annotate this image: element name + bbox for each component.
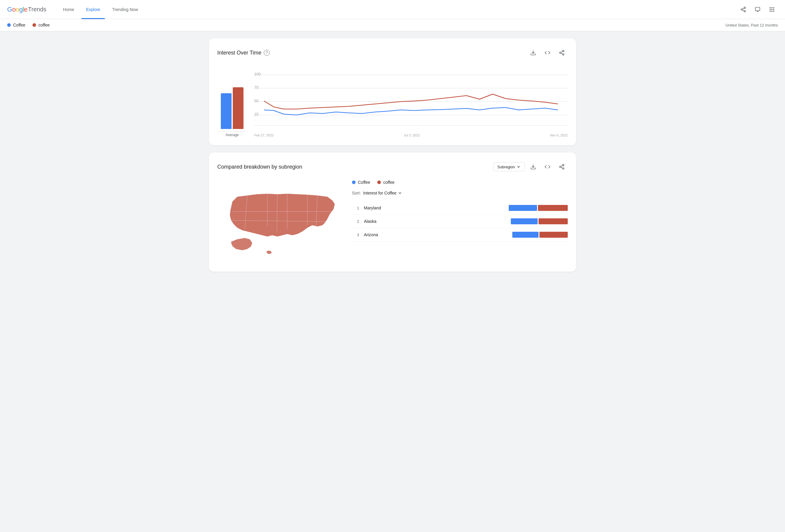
subregion-body: Coffee coffee Sort: Interest for Coffee — [217, 180, 568, 263]
svg-point-1 — [741, 9, 743, 10]
sub-legend-dot-blue — [352, 181, 356, 184]
svg-text:75: 75 — [254, 86, 259, 90]
legend-coffee-lower: coffee — [32, 23, 50, 27]
svg-point-0 — [744, 7, 746, 8]
avg-bar-blue — [221, 93, 232, 129]
svg-point-20 — [563, 54, 564, 55]
chevron-down-icon — [516, 164, 521, 169]
sub-legend-label-coffee-cap: Coffee — [358, 180, 370, 185]
embed-button-iot[interactable] — [541, 47, 553, 59]
chart-container-iot: Average 100 75 50 25 — [217, 66, 568, 137]
share-button-sub[interactable] — [556, 161, 568, 173]
usa-map-svg — [217, 180, 343, 263]
nav-trending[interactable]: Trending Now — [107, 5, 143, 14]
share-icon-iot — [559, 50, 565, 56]
header: Google Trends Home Explore Trending Now — [0, 0, 785, 19]
card-title-sub: Compared breakdown by subregion — [217, 164, 302, 170]
rank-bar-blue-3 — [512, 232, 538, 238]
rank-name-1: Maryland — [364, 206, 504, 210]
nav-home[interactable]: Home — [58, 5, 79, 14]
sort-label: Sort: — [352, 191, 361, 195]
subregion-card: Compared breakdown by subregion Subregio… — [209, 153, 576, 272]
svg-rect-12 — [771, 9, 772, 10]
sort-value: Interest for Coffee — [363, 191, 397, 195]
download-button-iot[interactable] — [527, 47, 539, 59]
rank-bars-1 — [509, 205, 568, 211]
iot-title-text: Interest Over Time — [217, 50, 261, 56]
help-icon-iot[interactable]: ? — [264, 50, 270, 56]
sort-chevron-icon — [398, 191, 402, 195]
table-area: Coffee coffee Sort: Interest for Coffee — [352, 180, 568, 263]
sub-title-text: Compared breakdown by subregion — [217, 164, 302, 170]
x-label-1: Jul 3, 2022 — [404, 133, 420, 137]
legend-bar: Coffee coffee United States, Past 12 mon… — [0, 19, 785, 31]
svg-point-35 — [563, 168, 564, 169]
legend-label-coffee-cap: Coffee — [13, 23, 25, 27]
rank-bar-red-1 — [538, 205, 568, 211]
usa-mainland — [230, 194, 335, 237]
trends-wordmark: Trends — [28, 6, 47, 13]
legend-label-coffee-lower: coffee — [39, 23, 50, 27]
logo: Google Trends — [7, 6, 47, 14]
svg-rect-11 — [770, 9, 771, 10]
svg-point-33 — [563, 164, 564, 166]
google-wordmark: Google — [7, 6, 27, 14]
svg-text:100: 100 — [254, 72, 261, 76]
svg-line-3 — [742, 10, 744, 11]
main-nav: Home Explore Trending Now — [58, 5, 737, 14]
rank-bars-3 — [512, 232, 568, 238]
table-row: 1 Maryland — [352, 202, 568, 215]
card-header-iot: Interest Over Time ? — [217, 47, 568, 59]
feedback-button[interactable] — [752, 4, 763, 16]
svg-rect-13 — [773, 9, 774, 10]
subregion-dropdown-label: Subregion — [498, 165, 515, 169]
rank-name-3: Arizona — [364, 232, 508, 237]
subregion-dropdown-btn[interactable]: Subregion — [493, 162, 525, 171]
table-row: 2 Alaska — [352, 215, 568, 228]
legend-dot-red — [32, 23, 36, 27]
sort-dropdown[interactable]: Interest for Coffee — [363, 191, 403, 195]
main-content: Interest Over Time ? — [202, 31, 583, 286]
hawaii — [266, 250, 272, 255]
share-button[interactable] — [737, 4, 749, 16]
sub-legend-coffee-cap: Coffee — [352, 180, 370, 185]
nav-explore[interactable]: Explore — [81, 5, 105, 14]
x-label-2: Nov 6, 2022 — [550, 133, 568, 137]
rank-bar-blue-1 — [509, 205, 537, 211]
svg-text:50: 50 — [254, 99, 259, 103]
embed-icon — [545, 50, 551, 56]
alaska — [231, 238, 252, 250]
share-button-iot[interactable] — [556, 47, 568, 59]
region-info: United States, Past 12 months — [726, 23, 778, 27]
svg-line-22 — [561, 51, 563, 52]
rank-num-3: 3 — [352, 233, 359, 237]
rank-bar-red-2 — [538, 218, 568, 224]
svg-point-19 — [560, 52, 561, 54]
svg-point-34 — [560, 166, 561, 168]
svg-point-18 — [563, 50, 564, 52]
download-button-sub[interactable] — [527, 161, 539, 173]
sub-legend: Coffee coffee — [352, 180, 568, 185]
avg-bars — [221, 81, 244, 129]
legend-dot-blue — [7, 23, 11, 27]
sub-legend-coffee-lower: coffee — [377, 180, 395, 185]
share-icon-sub — [559, 164, 565, 170]
x-label-0: Feb 27, 2022 — [254, 133, 274, 137]
rank-bar-blue-2 — [511, 218, 538, 224]
svg-rect-10 — [773, 7, 774, 8]
sort-row: Sort: Interest for Coffee — [352, 191, 568, 195]
chart-x-labels: Feb 27, 2022 Jul 3, 2022 Nov 6, 2022 — [254, 133, 568, 137]
apps-button[interactable] — [766, 4, 778, 16]
card-actions-sub: Subregion — [493, 161, 568, 173]
map-area — [217, 180, 343, 263]
embed-button-sub[interactable] — [541, 161, 553, 173]
chart-avg: Average — [217, 81, 247, 137]
blue-line — [264, 108, 558, 115]
svg-rect-16 — [773, 11, 774, 11]
rank-num-1: 1 — [352, 206, 359, 210]
svg-point-2 — [744, 10, 746, 12]
rank-num-2: 2 — [352, 219, 359, 224]
legend-coffee-cap: Coffee — [7, 23, 25, 27]
svg-rect-8 — [770, 7, 771, 8]
svg-rect-14 — [770, 11, 771, 11]
